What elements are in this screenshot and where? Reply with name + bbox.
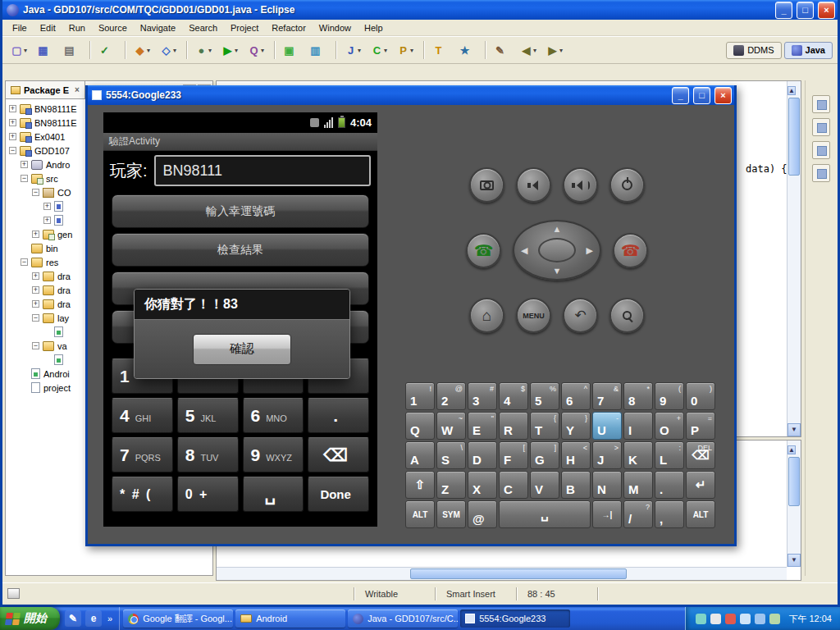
camera-button[interactable] [469, 167, 504, 203]
keyboard-key[interactable]: . [655, 471, 684, 499]
back-button[interactable]: ◀ ▾ [517, 40, 542, 60]
dropdown-arrow-icon[interactable]: ▾ [24, 47, 30, 54]
keyboard-key[interactable]: F [ [499, 441, 528, 469]
tree-expander-icon[interactable]: + [32, 272, 39, 280]
keyboard-key[interactable]: Y } [561, 412, 591, 440]
tree-expander-icon[interactable]: + [32, 286, 39, 294]
confirm-button[interactable]: 確認 [193, 334, 291, 365]
new-java-project-button[interactable]: J ▾ [341, 40, 367, 60]
keypad-key[interactable]: 9 WXYZ [243, 437, 304, 472]
tray-volume-icon[interactable] [740, 614, 751, 624]
close-button[interactable]: × [714, 87, 732, 104]
tree-expander-icon[interactable]: − [32, 189, 39, 196]
dropdown-arrow-icon[interactable]: ▾ [384, 47, 390, 54]
keyboard-key[interactable]: ↵ [686, 471, 715, 499]
keypad-key[interactable]: 4 GHI [112, 398, 173, 433]
keyboard-key[interactable]: Z [436, 471, 466, 499]
scrollbar-thumb[interactable] [410, 568, 627, 579]
tree-expander-icon[interactable] [21, 384, 28, 391]
properties-horizontal-scrollbar[interactable] [217, 567, 787, 580]
menu-item[interactable]: Run [62, 21, 92, 34]
open-type-button[interactable]: T [429, 40, 454, 60]
keypad-key[interactable]: 6 MNO [243, 398, 304, 433]
keyboard-key[interactable]: P = [686, 412, 715, 440]
keyboard-key[interactable]: ALT [686, 500, 715, 528]
tree-expander-icon[interactable] [43, 328, 51, 336]
player-name-input[interactable]: BN98111 [154, 155, 371, 186]
keyboard-key[interactable]: W ~ [436, 412, 466, 440]
close-button[interactable]: × [818, 2, 835, 19]
debug-button[interactable]: ● ▾ [192, 40, 217, 60]
search-button[interactable] [609, 298, 645, 333]
keyboard-key[interactable]: 8 * [623, 382, 653, 410]
call-button[interactable]: ☎ [466, 233, 501, 268]
tray-ime-icon[interactable] [710, 614, 721, 624]
tree-expander-icon[interactable] [43, 356, 51, 363]
dropdown-arrow-icon[interactable]: ▾ [147, 47, 153, 54]
start-button[interactable]: 開始 [0, 607, 60, 630]
minimize-button[interactable]: _ [672, 87, 689, 104]
keyboard-key[interactable]: K [623, 441, 653, 469]
keyboard-key[interactable]: Q [405, 412, 435, 440]
keypad-key[interactable]: Done [308, 477, 369, 512]
dropdown-arrow-icon[interactable]: ▾ [261, 47, 267, 54]
tree-expander-icon[interactable]: − [21, 258, 28, 266]
keypad-key[interactable]: * # ( [112, 477, 173, 512]
editor-vertical-scrollbar[interactable]: ▲ ▼ [787, 81, 801, 436]
dpad-center-button[interactable] [538, 238, 576, 262]
menu-item[interactable]: Window [313, 21, 358, 34]
dropdown-arrow-icon[interactable]: ▾ [358, 47, 364, 54]
keyboard-key[interactable]: C [499, 471, 528, 499]
keyboard-key[interactable]: / ? [623, 500, 653, 528]
tab-close-icon[interactable]: × [75, 85, 80, 94]
home-button[interactable]: ⌂ [469, 298, 504, 333]
volume-up-button[interactable] [563, 167, 598, 203]
run-button[interactable]: ▶ ▾ [218, 40, 244, 60]
chevron-icon[interactable]: » [106, 614, 114, 623]
tree-expander-icon[interactable]: − [9, 147, 16, 154]
dpad-left-icon[interactable]: ◀ [521, 246, 527, 255]
minimized-hierarchy-view-icon[interactable] [812, 118, 830, 136]
keyboard-key[interactable]: 2 @ [436, 382, 466, 410]
scrollbar-thumb[interactable] [788, 98, 800, 176]
keyboard-key[interactable]: J > [592, 441, 622, 469]
tree-expander-icon[interactable]: + [32, 231, 39, 238]
perspective-java-button[interactable]: Java [784, 42, 833, 59]
tab-package-explorer[interactable]: Package E × [6, 81, 85, 98]
properties-vertical-scrollbar[interactable]: ▲ ▼ [787, 441, 801, 567]
keyboard-key[interactable]: 0 ) [686, 382, 715, 410]
tray-network-icon[interactable] [755, 614, 765, 624]
javadoc-button[interactable]: ◇ ▾ [157, 40, 182, 60]
keyboard-key[interactable]: E " [468, 412, 497, 440]
keyboard-key[interactable]: B [561, 471, 591, 499]
tree-expander-icon[interactable]: + [9, 119, 16, 126]
dpad-up-icon[interactable]: ▲ [553, 225, 562, 234]
maximize-button[interactable]: □ [797, 2, 814, 19]
keyboard-key[interactable]: L : [655, 441, 684, 469]
keypad-key[interactable]: . [308, 398, 369, 433]
profile-button[interactable]: Q ▾ [244, 40, 270, 60]
dpad[interactable]: ▲ ▼ ◀ ▶ [513, 220, 601, 281]
keypad-key[interactable]: 7 PQRS [112, 437, 173, 472]
tree-expander-icon[interactable]: + [43, 203, 51, 210]
keyboard-key[interactable]: ␣ [499, 500, 591, 528]
enter-lucky-number-button[interactable]: 輸入幸運號碼 [112, 194, 369, 228]
keyboard-key[interactable]: T { [530, 412, 559, 440]
keyboard-key[interactable]: S \ [436, 441, 466, 469]
dpad-down-icon[interactable]: ▼ [553, 267, 562, 276]
forward-button[interactable]: ▶ ▾ [543, 40, 568, 60]
keyboard-key[interactable]: V [530, 471, 559, 499]
back-button[interactable]: ↶ [563, 298, 598, 333]
tree-expander-icon[interactable]: + [9, 133, 16, 140]
menu-item[interactable]: Source [92, 21, 134, 34]
keyboard-key[interactable]: SYM [436, 500, 466, 528]
menu-item[interactable]: Project [224, 21, 265, 34]
keyboard-key[interactable]: 4 $ [499, 382, 528, 410]
keyboard-key[interactable]: 5 % [530, 382, 559, 410]
end-call-button[interactable]: ☎ [613, 233, 648, 268]
keypad-key[interactable]: 8 TUV [177, 437, 239, 472]
keyboard-key[interactable]: 1 ! [405, 382, 435, 410]
keyboard-key[interactable]: D [468, 441, 497, 469]
new-package-button[interactable]: P ▾ [394, 40, 419, 60]
minimized-view-icon[interactable] [812, 141, 830, 159]
